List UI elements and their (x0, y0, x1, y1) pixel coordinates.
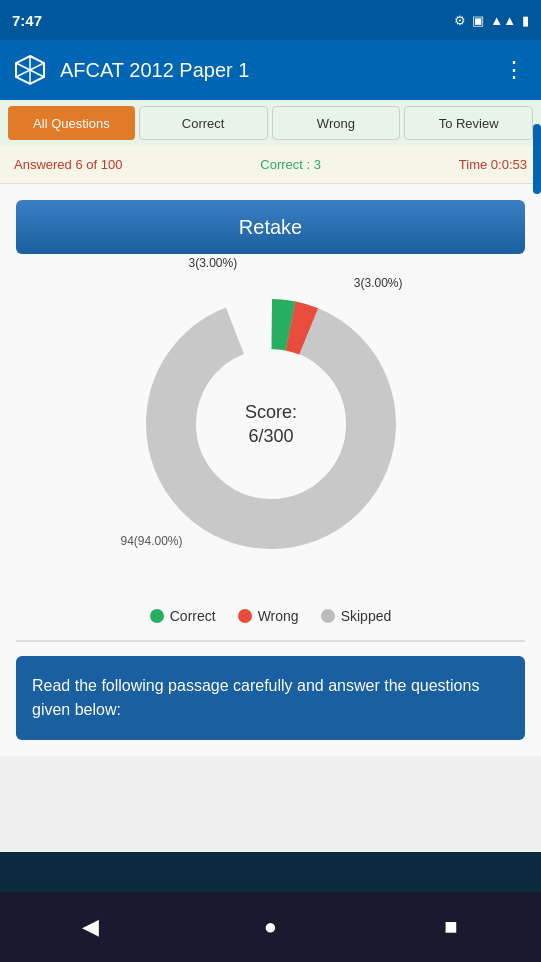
recents-icon: ■ (444, 914, 457, 940)
back-icon: ◀ (82, 914, 99, 940)
svg-text:Score:: Score: (244, 402, 296, 422)
time-display: Time 0:0:53 (459, 157, 527, 172)
info-bar: Answered 6 of 100 Correct : 3 Time 0:0:5… (0, 146, 541, 184)
sim-icon: ▣ (472, 13, 484, 28)
legend-skipped: Skipped (321, 608, 392, 624)
wrong-dot (238, 609, 252, 623)
home-button[interactable]: ● (245, 902, 295, 952)
skipped-label: Skipped (341, 608, 392, 624)
status-bar: 7:47 ⚙ ▣ ▲▲ ▮ (0, 0, 541, 40)
battery-icon: ▮ (522, 13, 529, 28)
chart-label-skipped: 94(94.00%) (121, 534, 183, 548)
app-title: AFCAT 2012 Paper 1 (60, 59, 489, 82)
wifi-icon: ▲▲ (490, 13, 516, 28)
recents-button[interactable]: ■ (426, 902, 476, 952)
donut-chart: Score: 6/300 (121, 274, 421, 574)
divider (16, 640, 525, 642)
home-icon: ● (264, 914, 277, 940)
svg-text:6/300: 6/300 (248, 426, 293, 446)
chart-label-correct: 3(3.00%) (189, 256, 238, 270)
correct-label: Correct (170, 608, 216, 624)
chart-container: 3(3.00%) 3(3.00%) (16, 274, 525, 594)
back-button[interactable]: ◀ (65, 902, 115, 952)
correct-dot (150, 609, 164, 623)
retake-button[interactable]: Retake (16, 200, 525, 254)
tab-all-questions[interactable]: All Questions (8, 106, 135, 140)
scroll-indicator (533, 124, 541, 194)
settings-icon: ⚙ (454, 13, 466, 28)
overflow-menu-icon[interactable]: ⋮ (503, 57, 527, 83)
app-logo (14, 54, 46, 86)
app-bar: AFCAT 2012 Paper 1 ⋮ (0, 40, 541, 100)
answered-count: Answered 6 of 100 (14, 157, 122, 172)
skipped-dot (321, 609, 335, 623)
legend-wrong: Wrong (238, 608, 299, 624)
passage-text: Read the following passage carefully and… (32, 677, 479, 718)
nav-bar: ◀ ● ■ (0, 892, 541, 962)
tab-to-review[interactable]: To Review (404, 106, 533, 140)
correct-count: Correct : 3 (260, 157, 321, 172)
legend: Correct Wrong Skipped (16, 608, 525, 624)
tab-correct[interactable]: Correct (139, 106, 268, 140)
wrong-label: Wrong (258, 608, 299, 624)
status-time: 7:47 (12, 12, 42, 29)
status-icons: ⚙ ▣ ▲▲ ▮ (454, 13, 529, 28)
tab-bar: All Questions Correct Wrong To Review (0, 100, 541, 146)
legend-correct: Correct (150, 608, 216, 624)
svg-point-7 (197, 350, 345, 498)
passage-box: Read the following passage carefully and… (16, 656, 525, 740)
tab-wrong[interactable]: Wrong (272, 106, 401, 140)
chart-label-wrong: 3(3.00%) (354, 276, 403, 290)
main-content: Retake 3(3.00%) 3(3.00%) (0, 184, 541, 756)
